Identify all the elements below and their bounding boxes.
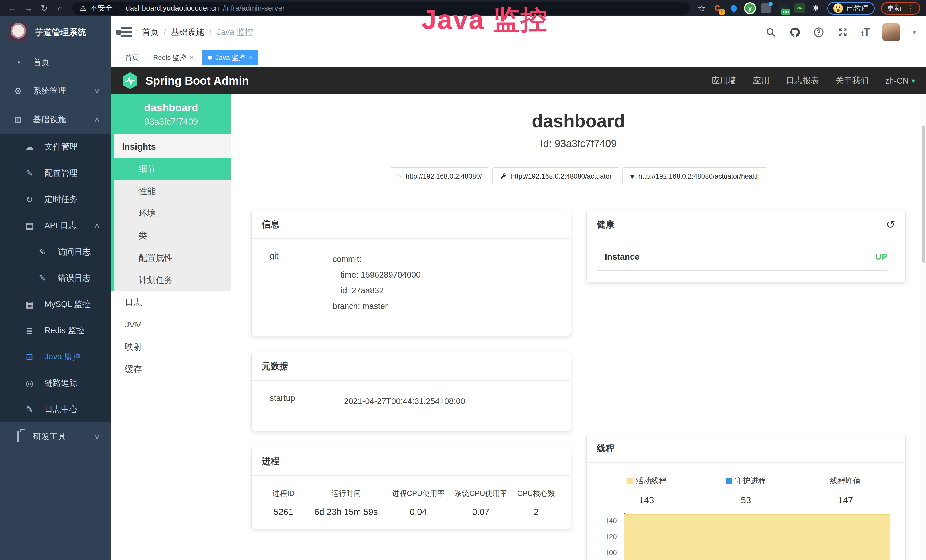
sidebar-item-redis-monitor[interactable]: ≣ Redis 监控 — [0, 318, 111, 344]
sba-item-metrics[interactable]: 性能 — [113, 180, 231, 202]
sidebar-item-infra[interactable]: ⊞ 基础设施 ∧ — [0, 105, 111, 134]
extension-icon-tampermonkey[interactable]: ≡ on — [778, 3, 788, 14]
search-icon[interactable] — [765, 27, 776, 38]
sba-nav-applications[interactable]: 应用 — [753, 75, 769, 86]
sidebar-item-system[interactable]: ⚙ 系统管理 ∨ — [0, 77, 111, 105]
scrollbar-thumb[interactable] — [922, 126, 925, 263]
font-size-icon[interactable]: tT — [861, 26, 870, 38]
daemon-threads-value: 53 — [696, 495, 796, 506]
sba-item-mappings[interactable]: 映射 — [111, 336, 231, 358]
tag-label: 首页 — [125, 53, 139, 62]
sba-item-logs[interactable]: 日志 — [111, 291, 231, 313]
bookmark-star-icon[interactable]: ☆ — [698, 3, 706, 14]
health-card-title: 健康 — [597, 218, 614, 230]
sidebar-item-scheduled-jobs[interactable]: ↻ 定时任务 — [0, 186, 111, 212]
browser-reload-button[interactable]: ↻ — [38, 2, 51, 15]
tags-bar: 首页 Redis 监控 × Java 监控 × — [111, 48, 926, 67]
browser-home-button[interactable]: ⌂ — [54, 2, 67, 15]
sidebar-collapse-icon[interactable] — [121, 27, 132, 37]
chevron-up-icon: ∧ — [94, 116, 100, 123]
sba-locale-select[interactable]: zh-CN ▾ — [885, 76, 915, 86]
breadcrumb-home[interactable]: 首页 — [142, 27, 159, 38]
url-path: /infra/admin-server — [223, 4, 285, 12]
sba-item-jvm[interactable]: JVM — [111, 313, 231, 336]
sidebar-item-dev-tools[interactable]: 研发工具 ∨ — [0, 422, 111, 451]
sba-brand[interactable]: Spring Boot Admin — [122, 72, 249, 89]
eye-icon: ◎ — [24, 378, 35, 389]
browser-back-button[interactable]: ← — [6, 2, 19, 15]
update-button[interactable]: 更新 ⋮ — [881, 2, 920, 15]
close-icon[interactable]: × — [190, 54, 194, 62]
sidebar-item-config-manage[interactable]: ✎ 配置管理 — [0, 160, 111, 186]
sba-item-classes[interactable]: 类 — [113, 224, 231, 247]
process-col-header: 进程CPU使用率 — [387, 488, 449, 498]
sba-nav-wallboard[interactable]: 应用墙 — [711, 75, 736, 86]
sidebar-item-error-log[interactable]: ✎ 错误日志 — [0, 265, 111, 291]
address-bar[interactable]: ⚠ 不安全 | dashboard.yudao.iocoder.cn/infra… — [73, 2, 690, 15]
actuator-url-label: http://192.168.0.2:48080/actuator — [511, 172, 612, 180]
update-label: 更新 — [887, 3, 902, 13]
fullscreen-icon[interactable] — [837, 27, 849, 38]
browser-forward-button[interactable]: → — [22, 2, 35, 15]
tag-java-monitor[interactable]: Java 监控 × — [203, 50, 258, 65]
sidebar-item-log-center[interactable]: ✎ 日志中心 — [0, 396, 111, 422]
content-scrollbar[interactable] — [921, 94, 926, 560]
document-icon: ▤ — [24, 221, 35, 231]
service-url-button[interactable]: ⌂ http://192.168.0.2:48080/ — [390, 168, 490, 185]
sba-instance-header[interactable]: dashboard 93a3fc7f7409 — [111, 94, 231, 135]
sidebar-item-access-log[interactable]: ✎ 访问日志 — [0, 239, 111, 265]
actuator-url-button[interactable]: http://192.168.0.2:48080/actuator — [492, 168, 619, 185]
header-actions: tT ▾ — [765, 23, 916, 41]
status-badge: UP — [875, 252, 887, 262]
extension-icon-grid[interactable] — [761, 3, 772, 14]
sidebar-item-api-log[interactable]: ▤ API 日志 ∧ — [0, 212, 111, 239]
extension-icon-leaf[interactable]: ❧ — [794, 3, 805, 14]
security-warning-icon[interactable]: ⚠ — [80, 4, 86, 12]
health-instance-row[interactable]: Instance UP — [597, 252, 888, 271]
page-subtitle: Id: 93a3fc7f7409 — [231, 138, 926, 150]
extension-icon-pin[interactable] — [729, 3, 739, 14]
avatar-caret-icon[interactable]: ▾ — [912, 28, 916, 36]
sidebar-item-label: Redis 监控 — [44, 325, 85, 336]
sidebar-item-label: 配置管理 — [44, 168, 77, 179]
help-icon[interactable] — [813, 27, 825, 38]
health-url-button[interactable]: ♥ http://192.168.0.2:48080/actuator/heal… — [622, 168, 767, 185]
app-logo-row[interactable]: 芋道管理系统 — [0, 16, 111, 48]
browser-menu-icon[interactable]: ⋮ — [906, 3, 914, 13]
sidebar-item-java-monitor[interactable]: ⊡ Java 监控 — [0, 344, 111, 370]
gear-icon: ⚙ — [12, 86, 23, 97]
metadata-card: 元数据 startup 2021-04-27T00:44:31.254+08:0… — [251, 352, 570, 431]
edit-icon: ✎ — [24, 168, 35, 179]
omnibox-divider: | — [118, 4, 120, 12]
close-icon[interactable]: × — [249, 54, 253, 62]
sidebar-item-trace[interactable]: ◎ 链路追踪 — [0, 370, 111, 396]
sidebar-item-home[interactable]: ◔ 首页 — [0, 48, 111, 77]
sba-item-details[interactable]: 细节 — [113, 158, 231, 180]
edit-icon: ✎ — [24, 404, 35, 415]
paused-indicator[interactable]: 已暂停 — [827, 2, 875, 15]
process-card-title: 进程 — [262, 455, 280, 467]
extensions-puzzle-icon[interactable]: ✱ — [811, 3, 821, 14]
sba-frame: Spring Boot Admin 应用墙 应用 日志报表 关于我们 zh-CN… — [111, 67, 926, 560]
sidebar-item-label: 基础设施 — [33, 114, 66, 125]
tag-home[interactable]: 首页 — [120, 50, 144, 65]
health-history-icon[interactable]: ↺ — [886, 218, 895, 231]
sba-item-scheduled-tasks[interactable]: 计划任务 — [113, 269, 231, 291]
sba-item-caches[interactable]: 缓存 — [111, 358, 231, 380]
avatar[interactable] — [882, 23, 900, 41]
infra-submenu: ☁ 文件管理 ✎ 配置管理 ↻ 定时任务 ▤ API 日志 ∧ ✎ 访问日志 ✎ — [0, 134, 111, 422]
breadcrumb-infra[interactable]: 基础设施 — [171, 27, 204, 38]
extension-icon-orange[interactable]: C 1 — [712, 3, 722, 14]
sidebar-item-file-manage[interactable]: ☁ 文件管理 — [0, 134, 111, 160]
sba-item-config-props[interactable]: 配置属性 — [113, 247, 231, 269]
sba-nav-journal[interactable]: 日志报表 — [786, 75, 819, 86]
sba-nav-about[interactable]: 关于我们 — [835, 75, 869, 86]
sidebar-item-label: 文件管理 — [44, 141, 77, 153]
sba-item-environment[interactable]: 环境 — [113, 202, 231, 224]
github-icon[interactable] — [789, 27, 800, 38]
sidebar-item-mysql-monitor[interactable]: ▦ MySQL 监控 — [0, 291, 111, 318]
extension-on-badge: on — [781, 9, 790, 15]
health-card: 健康 ↺ Instance UP — [587, 210, 906, 282]
tag-redis-monitor[interactable]: Redis 监控 × — [148, 50, 199, 65]
extension-icon-green-y[interactable]: y — [745, 3, 755, 13]
